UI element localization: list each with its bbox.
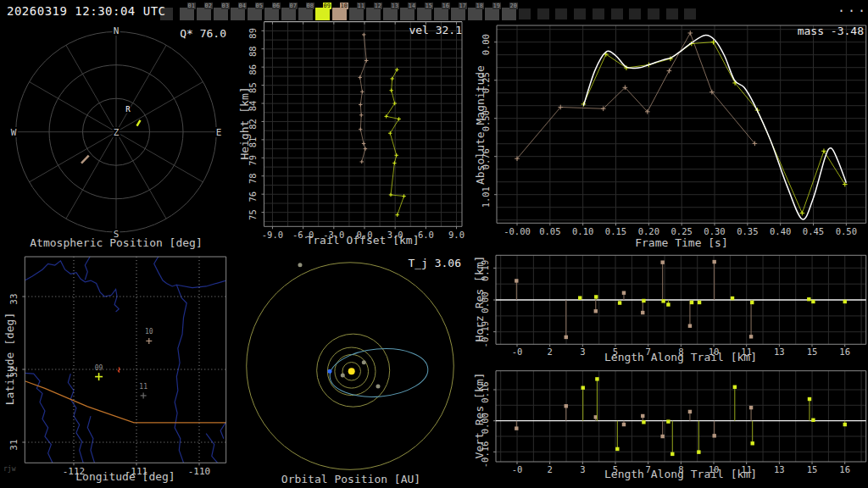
trail-plot: -9.0-6.0-3.00.03.06.09.08988868584828179… <box>248 22 465 241</box>
frame-number: 20 <box>509 3 518 9</box>
overflow-menu-icon[interactable]: ... <box>837 0 868 15</box>
frame-number: 18 <box>476 3 484 9</box>
svg-text:0.35: 0.35 <box>737 226 758 236</box>
svg-text:0.50: 0.50 <box>836 226 857 236</box>
svg-text:-0: -0 <box>512 347 523 357</box>
vert-ylabel: Vert Res [km] <box>473 331 486 488</box>
frame-empty[interactable] <box>555 8 567 19</box>
trail-xlabel: Trail Offset [km] <box>236 234 490 247</box>
frame-empty[interactable] <box>537 8 549 19</box>
vert-res-plot: -02357810111315160.160.00-0.16 <box>480 371 866 474</box>
frame-number: 13 <box>391 3 399 9</box>
frame-number: 17 <box>459 3 467 9</box>
svg-text:0.25: 0.25 <box>671 226 693 236</box>
svg-text:0.20: 0.20 <box>638 226 659 236</box>
frame-empty[interactable] <box>611 8 623 19</box>
svg-text:Z: Z <box>114 127 120 138</box>
frame-number: 05 <box>255 3 264 9</box>
frame-number: 19 <box>492 3 501 9</box>
frame-19[interactable]: 19 <box>485 8 499 20</box>
horz-xlabel: Length Along Trail [km] <box>554 351 808 363</box>
frame-number: 02 <box>204 3 213 9</box>
frame-09[interactable]: 09 <box>315 8 330 20</box>
mass-annotation: mass -3.48 <box>798 25 864 37</box>
frame-empty[interactable] <box>629 8 641 19</box>
svg-text:N: N <box>114 25 120 36</box>
watermark: rjw <box>3 465 15 473</box>
svg-text:E: E <box>216 127 222 138</box>
frame-number: 01 <box>187 3 196 9</box>
orbit-title: Orbital Position [AU] <box>224 473 478 485</box>
frame-number: 14 <box>408 3 416 9</box>
frame-02[interactable]: 02 <box>197 8 211 20</box>
frame-empty[interactable] <box>666 8 678 19</box>
frame-10[interactable]: 10 <box>332 8 347 20</box>
frame-number: 07 <box>289 3 298 9</box>
frame-empty[interactable] <box>648 8 659 19</box>
svg-text:11: 11 <box>139 383 147 391</box>
horz-res-plot: -02357810111315160.190.00-0.19 <box>480 255 866 357</box>
frame-number: 03 <box>221 3 230 9</box>
svg-text:-0: -0 <box>512 464 523 474</box>
svg-text:09: 09 <box>95 364 103 372</box>
magnitude-plot: -0.000.050.100.150.200.250.300.350.400.4… <box>481 25 866 236</box>
frame-11[interactable]: 11 <box>349 8 364 20</box>
magnitude-xlabel: Frame Time [s] <box>554 236 809 249</box>
svg-text:16: 16 <box>839 464 850 474</box>
frame-number: 16 <box>442 3 450 9</box>
frame-01[interactable]: 01 <box>180 8 194 20</box>
atmospheric-title: Atmospheric Position [deg] <box>0 236 243 249</box>
svg-text:89: 89 <box>248 28 259 39</box>
tj-annotation: T_j 3.06 <box>408 257 461 269</box>
frame-07[interactable]: 07 <box>281 8 296 20</box>
frame-05[interactable]: 05 <box>248 8 262 20</box>
frame-number: 11 <box>357 3 365 9</box>
frame-14[interactable]: 14 <box>400 8 415 20</box>
frame-number: 15 <box>425 3 433 9</box>
frame-empty[interactable] <box>593 8 604 19</box>
svg-text:2: 2 <box>548 464 553 474</box>
frame-number: 06 <box>272 3 281 9</box>
svg-text:0.05: 0.05 <box>539 226 560 236</box>
magnitude-ylabel: Absolute Magnitude <box>474 41 487 210</box>
frame-13[interactable]: 13 <box>383 8 398 20</box>
frame-empty[interactable] <box>519 8 531 19</box>
map-ylabel: Latitude [deg] <box>3 274 16 444</box>
svg-text:75: 75 <box>248 209 259 220</box>
vel-annotation: vel 32.1 <box>409 24 462 36</box>
svg-text:0.40: 0.40 <box>770 226 791 236</box>
map-plot: -112-111-110333231091011 <box>8 257 226 478</box>
frame-number: 10 <box>340 3 348 9</box>
svg-text:15: 15 <box>807 464 818 474</box>
svg-text:W: W <box>11 127 17 138</box>
svg-text:-0.00: -0.00 <box>504 226 531 236</box>
svg-text:0.30: 0.30 <box>704 226 725 236</box>
frame-12[interactable]: 12 <box>366 8 381 20</box>
frame-empty[interactable] <box>574 8 586 19</box>
frame-15[interactable]: 15 <box>417 8 431 20</box>
frame-empty[interactable] <box>684 8 696 19</box>
svg-text:R: R <box>125 105 131 114</box>
orbit-plot <box>247 263 454 470</box>
svg-text:16: 16 <box>839 347 850 357</box>
svg-text:0.10: 0.10 <box>572 226 593 236</box>
frame-20[interactable]: 20 <box>502 8 516 20</box>
timestamp: 20260319 12:30:04 UTC <box>7 4 166 18</box>
svg-text:15: 15 <box>807 347 818 357</box>
svg-text:10: 10 <box>145 328 153 336</box>
svg-text:0.45: 0.45 <box>803 226 824 236</box>
frame-08[interactable]: 08 <box>298 8 313 20</box>
map-xlabel: Longitude [deg] <box>0 470 253 483</box>
q-annotation: Q* 76.0 <box>180 27 226 40</box>
atmospheric-plot: NSWEZR <box>11 25 222 240</box>
frame-18[interactable]: 18 <box>468 8 482 20</box>
frame-16[interactable]: 16 <box>434 8 448 20</box>
svg-text:0.15: 0.15 <box>605 226 626 236</box>
frame-number: 09 <box>323 3 331 9</box>
frame-17[interactable]: 17 <box>451 8 465 20</box>
frame-06[interactable]: 06 <box>264 8 279 20</box>
vert-xlabel: Length Along Trail [km] <box>554 468 808 480</box>
frame-04[interactable]: 04 <box>231 8 245 20</box>
trail-ylabel: Height [km] <box>238 39 251 208</box>
frame-03[interactable]: 03 <box>214 8 228 20</box>
